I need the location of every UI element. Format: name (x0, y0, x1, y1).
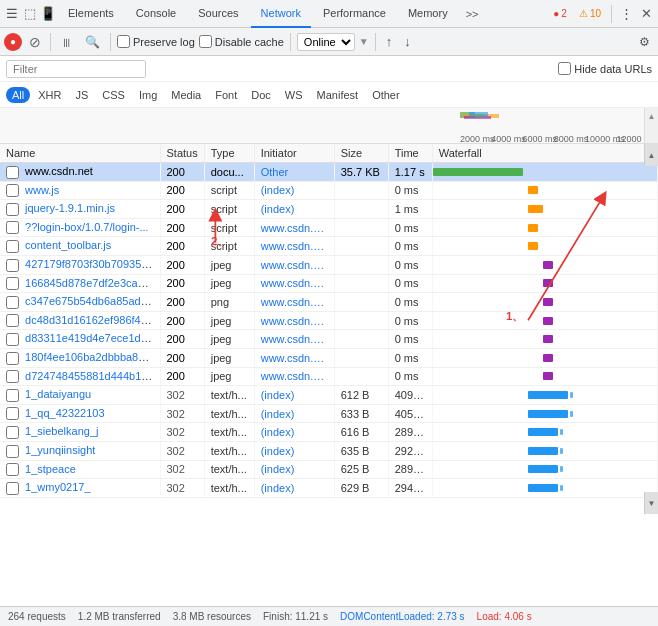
col-header-initiator[interactable]: Initiator (254, 144, 334, 163)
row-checkbox[interactable] (6, 259, 19, 272)
row-checkbox[interactable] (6, 184, 19, 197)
table-row[interactable]: 1_wmy0217_ 302 text/h... (index) 629 B 2… (0, 479, 658, 498)
table-row[interactable]: jquery-1.9.1.min.js 200 script (index) 1… (0, 200, 658, 219)
search-icon[interactable]: 🔍 (81, 33, 104, 51)
record-button[interactable]: ● (4, 33, 22, 51)
disable-cache-checkbox[interactable] (199, 35, 212, 48)
cell-size (334, 274, 388, 293)
table-row[interactable]: 180f4ee106ba2dbbba8c1... 200 jpeg www.cs… (0, 348, 658, 367)
type-tab-font[interactable]: Font (209, 87, 243, 103)
type-tab-ws[interactable]: WS (279, 87, 309, 103)
tab-elements[interactable]: Elements (58, 0, 124, 28)
row-checkbox[interactable] (6, 407, 19, 420)
type-tab-doc[interactable]: Doc (245, 87, 277, 103)
cell-size (334, 218, 388, 237)
table-row[interactable]: ??login-box/1.0.7/login-... 200 script w… (0, 218, 658, 237)
row-checkbox[interactable] (6, 333, 19, 346)
cell-waterfall (432, 163, 657, 182)
type-tab-other[interactable]: Other (366, 87, 406, 103)
table-row[interactable]: 427179f8703f30b70935b... 200 jpeg www.cs… (0, 255, 658, 274)
export-button[interactable]: ↓ (400, 32, 415, 51)
table-row[interactable]: 1_siebelkang_j 302 text/h... (index) 616… (0, 423, 658, 442)
table-row[interactable]: 166845d878e7df2e3cadf... 200 jpeg www.cs… (0, 274, 658, 293)
cell-initiator: www.csdn.n... (254, 237, 334, 256)
col-header-name[interactable]: Name (0, 144, 160, 163)
row-checkbox[interactable] (6, 445, 19, 458)
table-scrollbar-down[interactable]: ▼ (644, 492, 658, 514)
table-scrollbar-up[interactable]: ▲ (644, 144, 658, 166)
table-row[interactable]: www.js 200 script (index) 0 ms (0, 181, 658, 200)
row-checkbox[interactable] (6, 240, 19, 253)
table-row[interactable]: d83311e419d4e7ece1d3... 200 jpeg www.csd… (0, 330, 658, 349)
toolbar-divider-1 (50, 33, 51, 51)
type-tab-all[interactable]: All (6, 87, 30, 103)
import-button[interactable]: ↑ (382, 32, 397, 51)
row-checkbox[interactable] (6, 389, 19, 402)
cell-size (334, 181, 388, 200)
row-checkbox[interactable] (6, 482, 19, 495)
cell-status: 200 (160, 274, 204, 293)
table-row[interactable]: 1_dataiyangu 302 text/h... (index) 612 B… (0, 386, 658, 405)
table-row[interactable]: content_toolbar.js 200 script www.csdn.n… (0, 237, 658, 256)
row-checkbox[interactable] (6, 370, 19, 383)
row-checkbox[interactable] (6, 166, 19, 179)
row-checkbox[interactable] (6, 203, 19, 216)
tab-network[interactable]: Network (251, 0, 311, 28)
cell-status: 200 (160, 200, 204, 219)
col-header-status[interactable]: Status (160, 144, 204, 163)
preserve-log-label[interactable]: Preserve log (117, 35, 195, 48)
tab-sources[interactable]: Sources (188, 0, 248, 28)
throttle-select[interactable]: Online (297, 33, 355, 51)
type-tab-xhr[interactable]: XHR (32, 87, 67, 103)
table-row[interactable]: c347e675b54db6a85ad0... 200 png www.csdn… (0, 293, 658, 312)
hide-data-label[interactable]: Hide data URLs (558, 62, 652, 75)
col-header-size[interactable]: Size (334, 144, 388, 163)
devtools-device-icon[interactable]: 📱 (40, 6, 56, 22)
type-tab-img[interactable]: Img (133, 87, 163, 103)
network-toolbar: ● ⊘ ⫼ 🔍 Preserve log Disable cache Onlin… (0, 28, 658, 56)
settings-button[interactable]: ⚙ (635, 33, 654, 51)
devtools-menu-icon[interactable]: ☰ (4, 6, 20, 22)
table-row[interactable]: 1_stpeace 302 text/h... (index) 625 B 28… (0, 460, 658, 479)
waterfall-scroll-up[interactable]: ▲ (644, 108, 658, 143)
preserve-log-checkbox[interactable] (117, 35, 130, 48)
stop-button[interactable]: ⊘ (26, 33, 44, 51)
disable-cache-label[interactable]: Disable cache (199, 35, 284, 48)
table-row[interactable]: dc48d31d16162ef986f48... 200 jpeg www.cs… (0, 311, 658, 330)
error-count: ● 2 (549, 6, 571, 21)
cell-time: 0 ms (388, 311, 432, 330)
tab-performance[interactable]: Performance (313, 0, 396, 28)
cell-status: 200 (160, 237, 204, 256)
devtools-close-icon[interactable]: ✕ (638, 6, 654, 22)
row-checkbox[interactable] (6, 277, 19, 290)
row-checkbox[interactable] (6, 314, 19, 327)
table-row[interactable]: 1_qq_42322103 302 text/h... (index) 633 … (0, 404, 658, 423)
row-checkbox[interactable] (6, 296, 19, 309)
type-tab-css[interactable]: CSS (96, 87, 131, 103)
devtools-inspect-icon[interactable]: ⬚ (22, 6, 38, 22)
table-row[interactable]: d724748455881d444b1d... 200 jpeg www.csd… (0, 367, 658, 386)
network-table-scroll[interactable]: Name Status Type Initiator Size Time Wat… (0, 144, 658, 514)
filter-input[interactable] (6, 60, 146, 78)
row-checkbox[interactable] (6, 463, 19, 476)
row-checkbox[interactable] (6, 221, 19, 234)
hide-data-checkbox[interactable] (558, 62, 571, 75)
col-header-type[interactable]: Type (204, 144, 254, 163)
type-tab-media[interactable]: Media (165, 87, 207, 103)
col-header-waterfall[interactable]: Waterfall (432, 144, 657, 163)
cell-size (334, 293, 388, 312)
col-header-time[interactable]: Time (388, 144, 432, 163)
tab-more[interactable]: >> (460, 4, 485, 24)
tab-memory[interactable]: Memory (398, 0, 458, 28)
row-checkbox[interactable] (6, 426, 19, 439)
table-row[interactable]: 1_yunqiinsight 302 text/h... (index) 635… (0, 441, 658, 460)
tab-console[interactable]: Console (126, 0, 186, 28)
cell-waterfall (432, 367, 657, 386)
filter-icon[interactable]: ⫼ (57, 33, 77, 51)
table-row[interactable]: www.csdn.net 200 docu... Other 35.7 KB 1… (0, 163, 658, 182)
row-checkbox[interactable] (6, 352, 19, 365)
type-tab-manifest[interactable]: Manifest (311, 87, 365, 103)
type-tab-js[interactable]: JS (69, 87, 94, 103)
cell-waterfall (432, 311, 657, 330)
devtools-more-icon[interactable]: ⋮ (618, 6, 634, 22)
